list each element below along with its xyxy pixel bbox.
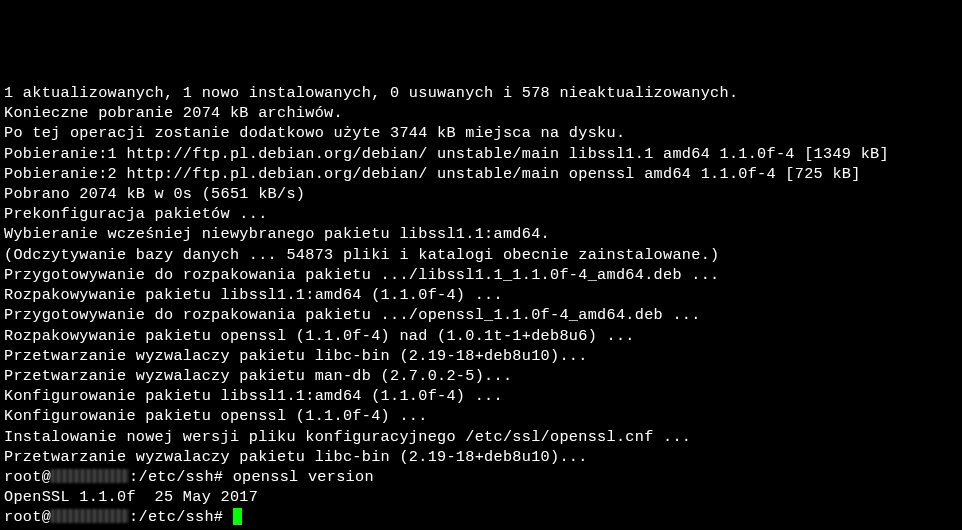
terminal-line: Konieczne pobranie 2074 kB archiwów.	[4, 103, 958, 123]
prompt-command: openssl version	[223, 468, 374, 486]
terminal-line: Prekonfiguracja pakietów ...	[4, 204, 958, 224]
shell-prompt[interactable]: root@:/etc/ssh#	[4, 507, 958, 527]
prompt-path: :/etc/ssh#	[129, 468, 223, 486]
prompt-command	[223, 508, 232, 526]
terminal-line: Przetwarzanie wyzwalaczy pakietu libc-bi…	[4, 447, 958, 467]
prompt-user: root@	[4, 468, 51, 486]
terminal-line: Rozpakowywanie pakietu libssl1.1:amd64 (…	[4, 285, 958, 305]
terminal-line: 1 aktualizowanych, 1 nowo instalowanych,…	[4, 83, 958, 103]
terminal-line: (Odczytywanie bazy danych ... 54873 plik…	[4, 245, 958, 265]
terminal-line: Pobieranie:1 http://ftp.pl.debian.org/de…	[4, 144, 958, 164]
prompt-host-obscured	[51, 509, 129, 523]
terminal-line: Po tej operacji zostanie dodatkowo użyte…	[4, 123, 958, 143]
terminal-line: Przetwarzanie wyzwalaczy pakietu man-db …	[4, 366, 958, 386]
terminal-line: Pobrano 2074 kB w 0s (5651 kB/s)	[4, 184, 958, 204]
terminal-line: Pobieranie:2 http://ftp.pl.debian.org/de…	[4, 164, 958, 184]
terminal-line: Przetwarzanie wyzwalaczy pakietu libc-bi…	[4, 346, 958, 366]
prompt-user: root@	[4, 508, 51, 526]
terminal-line: Rozpakowywanie pakietu openssl (1.1.0f-4…	[4, 326, 958, 346]
terminal-line: Przygotowywanie do rozpakowania pakietu …	[4, 305, 958, 325]
terminal-line: OpenSSL 1.1.0f 25 May 2017	[4, 487, 958, 507]
cursor	[233, 508, 242, 525]
terminal-line: Instalowanie nowej wersji pliku konfigur…	[4, 427, 958, 447]
shell-prompt[interactable]: root@:/etc/ssh# openssl version	[4, 467, 958, 487]
terminal-line: Wybieranie wcześniej niewybranego pakiet…	[4, 224, 958, 244]
terminal-line: Konfigurowanie pakietu libssl1.1:amd64 (…	[4, 386, 958, 406]
terminal-line: Konfigurowanie pakietu openssl (1.1.0f-4…	[4, 406, 958, 426]
prompt-host-obscured	[51, 469, 129, 483]
prompt-path: :/etc/ssh#	[129, 508, 223, 526]
terminal-line: Przygotowywanie do rozpakowania pakietu …	[4, 265, 958, 285]
